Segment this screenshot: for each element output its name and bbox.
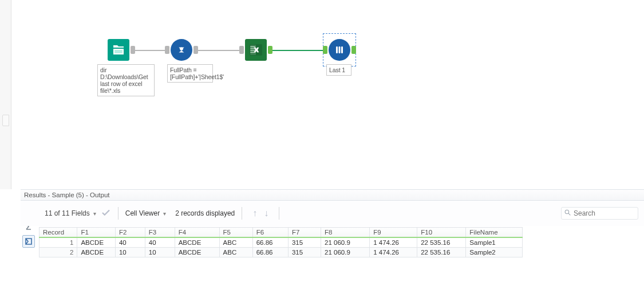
cell[interactable]: ABC	[219, 248, 252, 257]
tool-formula[interactable]: FullPath = [FullPath]+'|Sheet1$'	[171, 39, 192, 61]
cell[interactable]: 66.86	[252, 248, 288, 257]
results-view-record-icon[interactable]	[22, 235, 35, 248]
column-header[interactable]: F2	[115, 228, 145, 238]
tool-directory[interactable]: dir D:\Downloads\Get last row of excel f…	[108, 39, 129, 61]
cell[interactable]: ABCDE	[77, 248, 115, 257]
tool-label: dir D:\Downloads\Get last row of excel f…	[97, 64, 155, 96]
column-header[interactable]: F6	[252, 228, 288, 238]
cell-viewer-label[interactable]: Cell Viewer	[125, 209, 160, 217]
cell[interactable]: 10	[145, 248, 175, 257]
anchor-out[interactable]	[131, 46, 135, 54]
svg-rect-10	[339, 46, 341, 53]
cell[interactable]: Sample1	[466, 237, 523, 248]
column-header[interactable]: Record	[39, 228, 77, 238]
caret-down-icon[interactable]: ▾	[163, 210, 166, 217]
excel-icon	[248, 42, 263, 57]
connector	[272, 50, 323, 51]
sample-icon	[333, 43, 346, 57]
cell[interactable]: 21 060.9	[321, 248, 370, 257]
cell[interactable]: 66.86	[252, 237, 288, 248]
search-input[interactable]	[574, 209, 635, 217]
fields-count[interactable]: 11 of 11 Fields	[45, 209, 90, 217]
table-row[interactable]: 2ABCDE1010ABCDEABC66.8631521 060.91 474.…	[39, 248, 523, 257]
column-header[interactable]: F10	[417, 228, 466, 238]
sidebar-tab[interactable]	[2, 115, 9, 126]
cell[interactable]: 40	[115, 237, 145, 248]
tool-label: Last 1	[326, 64, 351, 76]
cell[interactable]: Sample2	[466, 248, 523, 257]
column-header[interactable]: F1	[77, 228, 115, 238]
results-grid[interactable]: RecordF1F2F3F4F5F6F7F8F9F10FileName 1ABC…	[39, 227, 523, 257]
caret-down-icon[interactable]: ▾	[93, 210, 96, 217]
cell[interactable]: 1 474.26	[370, 248, 417, 257]
search-icon	[564, 209, 571, 218]
anchor-in[interactable]	[323, 46, 327, 54]
results-toolbar: 11 of 11 Fields ▾ Cell Viewer ▾ 2 record…	[21, 201, 644, 226]
cell[interactable]: ABC	[219, 237, 252, 248]
results-title: Results - Sample (5) - Output	[21, 189, 644, 201]
cell[interactable]: 40	[145, 237, 175, 248]
anchor-out[interactable]	[351, 46, 356, 54]
anchor-in[interactable]	[239, 46, 244, 54]
cell[interactable]: 22 535.16	[417, 248, 466, 257]
svg-rect-3	[250, 45, 256, 54]
table-row[interactable]: 1ABCDE4040ABCDEABC66.8631521 060.91 474.…	[39, 237, 523, 248]
svg-point-15	[565, 210, 569, 214]
tool-label: FullPath = [FullPath]+'|Sheet1$'	[167, 64, 213, 83]
divider	[279, 207, 279, 220]
cell[interactable]: 315	[288, 237, 321, 248]
workflow-canvas[interactable]: dir D:\Downloads\Get last row of excel f…	[11, 0, 644, 189]
cell[interactable]: ABCDE	[77, 237, 115, 248]
tool-sample[interactable]: Last 1	[329, 39, 350, 61]
anchor-out[interactable]	[193, 46, 198, 54]
check-icon[interactable]	[101, 208, 111, 220]
column-header[interactable]: F8	[321, 228, 370, 238]
column-header[interactable]: F3	[145, 228, 175, 238]
column-header[interactable]: F9	[370, 228, 417, 238]
anchor-out[interactable]	[268, 46, 272, 54]
formula-icon	[175, 44, 188, 56]
cell[interactable]: 1 474.26	[370, 237, 417, 248]
svg-rect-9	[336, 46, 338, 53]
cell[interactable]: 1	[39, 237, 77, 248]
connector	[135, 50, 165, 51]
left-sidebar	[0, 0, 11, 189]
cell[interactable]: 22 535.16	[417, 237, 466, 248]
column-header[interactable]: FileName	[466, 228, 523, 238]
records-displayed: 2 records displayed	[175, 209, 235, 217]
cell[interactable]: 315	[288, 248, 321, 257]
cell[interactable]: 21 060.9	[321, 237, 370, 248]
arrow-up-icon[interactable]: ↑	[252, 208, 257, 218]
svg-rect-11	[341, 46, 343, 53]
arrow-down-icon[interactable]: ↓	[264, 208, 268, 218]
cell[interactable]: ABCDE	[175, 237, 219, 248]
cell[interactable]: 10	[115, 248, 145, 257]
cell[interactable]: 2	[39, 248, 77, 257]
svg-line-16	[568, 213, 570, 215]
connector	[198, 50, 239, 51]
search-field[interactable]	[561, 207, 638, 220]
directory-icon	[112, 43, 125, 57]
svg-point-1	[180, 47, 183, 50]
column-header[interactable]: F5	[219, 228, 252, 238]
column-header[interactable]: F7	[288, 228, 321, 238]
column-header[interactable]: F4	[175, 228, 219, 238]
anchor-in[interactable]	[165, 46, 169, 54]
tool-dynamic-input[interactable]	[245, 39, 267, 61]
cell[interactable]: ABCDE	[175, 248, 219, 257]
